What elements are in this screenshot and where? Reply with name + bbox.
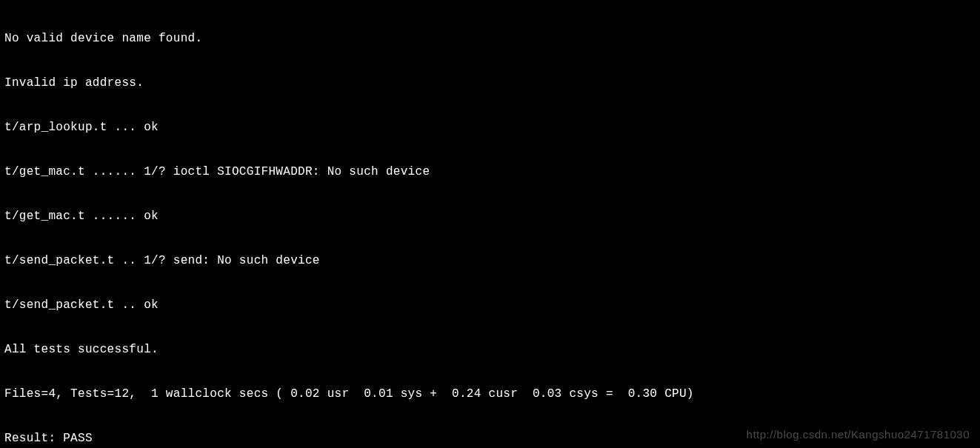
output-line: All tests successful. — [4, 342, 976, 357]
output-line: No valid device name found. — [4, 31, 976, 46]
output-line: t/arp_lookup.t ... ok — [4, 120, 976, 135]
watermark-text: http://blog.csdn.net/Kangshuo2471781030 — [747, 428, 970, 442]
output-line: t/get_mac.t ...... ok — [4, 209, 976, 224]
terminal-output[interactable]: No valid device name found. Invalid ip a… — [4, 1, 976, 448]
output-line: t/get_mac.t ...... 1/? ioctl SIOCGIFHWAD… — [4, 164, 976, 179]
output-line: t/send_packet.t .. ok — [4, 298, 976, 312]
output-line: Files=4, Tests=12, 1 wallclock secs ( 0.… — [4, 387, 976, 401]
output-line: Invalid ip address. — [4, 76, 976, 90]
output-line: t/send_packet.t .. 1/? send: No such dev… — [4, 253, 976, 268]
